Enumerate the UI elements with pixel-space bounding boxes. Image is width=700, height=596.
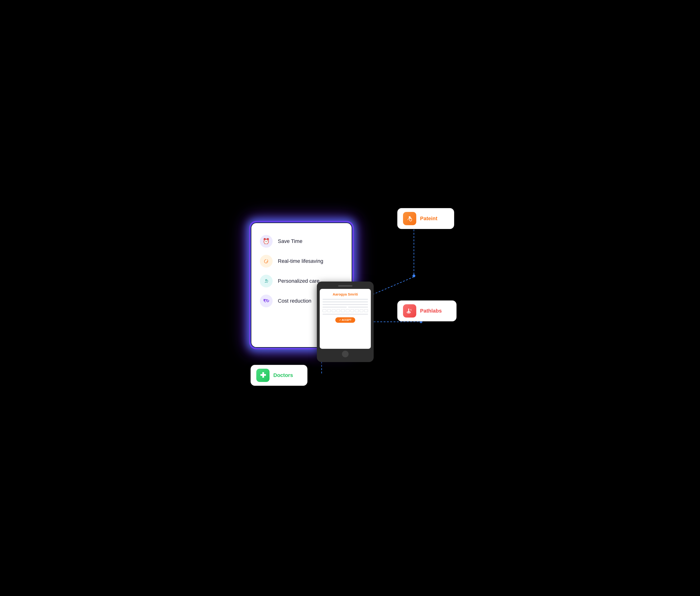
tablet-line-2: [322, 301, 368, 302]
save-time-label: Save Time: [278, 238, 303, 244]
tablet-device: Aarogya Smriti ✓ ACCEPT: [317, 281, 374, 362]
patient-icon: [403, 212, 416, 225]
tablet-box-6: [346, 309, 349, 312]
svg-point-11: [410, 218, 411, 219]
doctors-icon: ✚: [256, 369, 269, 382]
tablet-home-button: [342, 351, 348, 357]
save-time-icon: ⏰: [260, 235, 273, 248]
tablet-line-5: [348, 307, 368, 307]
tablet-notch: [338, 285, 353, 287]
tablet-line-6: [322, 314, 368, 315]
tablet-box-4: [337, 309, 340, 312]
tablet-box-10: [364, 309, 368, 312]
card-patient: Pateint: [397, 208, 454, 229]
card-pathlabs: Pathlabs: [397, 300, 457, 321]
card-doctors: ✚ Doctors: [251, 365, 307, 386]
connector-dot-1: [413, 274, 415, 277]
tablet-box-5: [341, 309, 345, 312]
svg-rect-12: [408, 308, 409, 312]
tablet-box-2: [327, 309, 331, 312]
pathlabs-icon: [403, 304, 416, 318]
accept-button[interactable]: ✓ ACCEPT: [335, 317, 355, 323]
tablet-boxes: [322, 309, 368, 312]
tablet-box-9: [360, 309, 363, 312]
tablet-screen: Aarogya Smriti ✓ ACCEPT: [320, 289, 371, 349]
tablet-title: Aarogya Smriti: [322, 292, 368, 296]
personalized-label: Personalized care: [278, 278, 319, 284]
svg-point-14: [408, 311, 409, 313]
pathlabs-label: Pathlabs: [420, 308, 442, 314]
tablet-box-8: [355, 309, 359, 312]
svg-point-5: [263, 258, 269, 264]
realtime-icon: [260, 255, 273, 268]
svg-point-7: [263, 278, 269, 284]
tablet-line-3: [322, 304, 368, 305]
tablet-line-4: [322, 307, 347, 307]
scene: ⏰ Save Time Real-time lifesaving: [243, 208, 457, 388]
feature-item-realtime: Real-time lifesaving: [260, 255, 343, 268]
cost-label: Cost reduction: [278, 298, 311, 304]
feature-item-save-time: ⏰ Save Time: [260, 235, 343, 248]
tablet-box-1: [322, 309, 326, 312]
tablet-box-7: [351, 309, 354, 312]
doctors-label: Doctors: [273, 372, 293, 378]
realtime-label: Real-time lifesaving: [278, 258, 323, 264]
patient-label: Pateint: [420, 216, 437, 222]
tablet-line-1: [322, 299, 368, 300]
cost-icon: ₹↻: [260, 295, 273, 307]
personalized-icon: [260, 275, 273, 288]
tablet-row-1: [322, 307, 368, 307]
tablet-box-3: [332, 309, 336, 312]
